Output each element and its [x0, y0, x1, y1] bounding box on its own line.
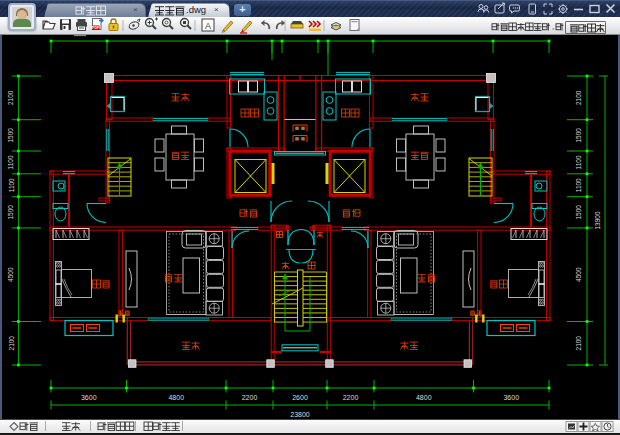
svg-text:A: A: [205, 21, 211, 31]
svg-text:1100: 1100: [8, 155, 15, 169]
svg-text:1100: 1100: [575, 178, 582, 192]
svg-text:13900: 13900: [594, 211, 601, 229]
svg-text:2200: 2200: [343, 394, 359, 401]
svg-text:4800: 4800: [416, 394, 432, 401]
svg-text:1100: 1100: [575, 155, 582, 169]
svg-text:2200: 2200: [242, 394, 258, 401]
svg-text:4500: 4500: [8, 267, 15, 282]
svg-text:4800: 4800: [168, 394, 184, 401]
svg-text:PDF: PDF: [92, 26, 100, 30]
svg-text:2100: 2100: [8, 336, 15, 351]
svg-text:1500: 1500: [575, 128, 582, 143]
svg-text:1100: 1100: [8, 178, 15, 192]
svg-text:23800: 23800: [290, 411, 310, 418]
svg-text:2100: 2100: [8, 90, 15, 105]
svg-text:1500: 1500: [8, 205, 15, 220]
svg-text:1500: 1500: [8, 128, 15, 143]
svg-text:2600: 2600: [292, 394, 308, 401]
svg-text:1500: 1500: [575, 205, 582, 220]
svg-text:3600: 3600: [81, 394, 97, 401]
svg-text:4500: 4500: [575, 267, 582, 282]
svg-text:2100: 2100: [575, 336, 582, 351]
svg-text:2100: 2100: [575, 90, 582, 105]
svg-text:3600: 3600: [503, 394, 519, 401]
